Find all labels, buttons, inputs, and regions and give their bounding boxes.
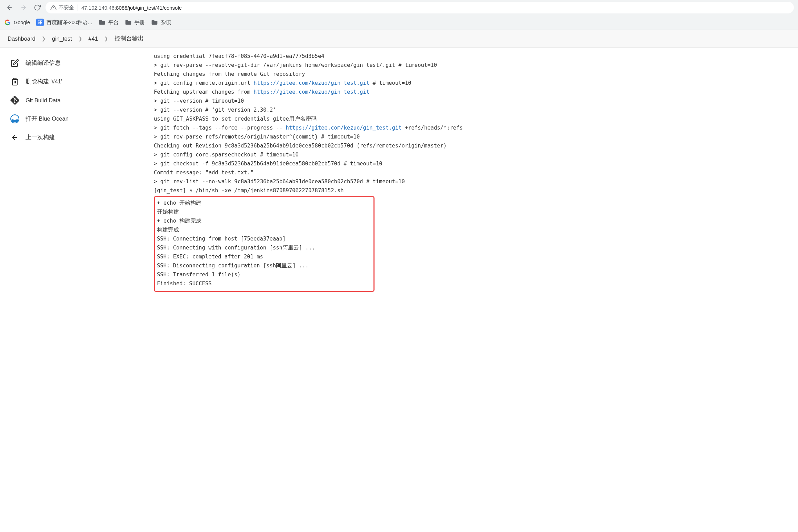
highlighted-output-box: + echo 开始构建 开始构建 + echo 构建完成 构建完成 SSH: C…	[154, 196, 375, 292]
chevron-right-icon: ❯	[78, 36, 82, 41]
breadcrumb-job[interactable]: gin_test	[52, 35, 72, 42]
console-line: > git rev-parse refs/remotes/origin/mast…	[154, 132, 792, 141]
console-line: > git rev-parse --resolve-git-dir /var/j…	[154, 61, 792, 70]
console-line: SSH: Connecting from host [75eeda37eaab]	[157, 234, 371, 243]
url-text: 47.102.149.46:8088/job/gin_test/41/conso…	[81, 5, 182, 11]
folder-icon	[151, 19, 158, 26]
console-line: > git fetch --tags --force --progress --…	[154, 123, 792, 132]
sidebar-item-prev-build[interactable]: 上一次构建	[0, 128, 148, 147]
bookmark-google[interactable]: Google	[4, 19, 30, 26]
translate-icon: 译	[36, 19, 44, 26]
console-line: 构建完成	[157, 225, 371, 234]
sidebar-item-delete-build[interactable]: 删除构建 '#41'	[0, 72, 148, 91]
breadcrumb-dashboard[interactable]: Dashboard	[8, 35, 36, 42]
google-icon	[4, 19, 11, 26]
blue-ocean-icon	[10, 114, 19, 123]
sidebar-item-label: Git Build Data	[26, 97, 61, 104]
console-line: + echo 开始构建	[157, 198, 371, 207]
sidebar-item-label: 编辑编译信息	[26, 59, 61, 67]
bookmark-label: 平台	[108, 19, 119, 26]
console-line: + echo 构建完成	[157, 216, 371, 225]
sidebar-item-edit-build[interactable]: 编辑编译信息	[0, 54, 148, 72]
console-line: 开始构建	[157, 207, 371, 216]
console-line: > git config remote.origin.url https://g…	[154, 79, 792, 88]
chevron-right-icon: ❯	[104, 36, 108, 41]
git-remote-link[interactable]: https://gitee.com/kezuo/gin_test.git	[253, 89, 369, 95]
sidebar-item-label: 打开 Blue Ocean	[26, 115, 69, 123]
bookmarks-bar: Google 译 百度翻译-200种语… 平台 手册 杂项	[0, 15, 798, 30]
console-line: Fetching changes from the remote Git rep…	[154, 70, 792, 79]
console-line: Finished: SUCCESS	[157, 279, 371, 288]
address-bar[interactable]: 不安全 47.102.149.46:8088/job/gin_test/41/c…	[46, 2, 794, 13]
insecure-label: 不安全	[59, 4, 74, 11]
reload-icon	[34, 4, 41, 11]
chevron-right-icon: ❯	[42, 36, 46, 41]
main-layout: 编辑编译信息 删除构建 '#41' Git Build Data 打开 Blue…	[0, 48, 798, 296]
bookmark-misc[interactable]: 杂项	[151, 19, 171, 26]
console-line: [gin_test] $ /bin/sh -xe /tmp/jenkins870…	[154, 186, 792, 195]
arrow-right-icon	[20, 4, 27, 11]
console-line: > git --version # timeout=10	[154, 96, 792, 105]
bookmark-label: 手册	[134, 19, 145, 26]
git-remote-link[interactable]: https://gitee.com/kezuo/gin_test.git	[253, 80, 369, 86]
breadcrumb-current: 控制台输出	[114, 35, 144, 42]
git-remote-link[interactable]: https://gitee.com/kezuo/gin_test.git	[286, 125, 402, 131]
console-line: SSH: EXEC: completed after 201 ms	[157, 252, 371, 261]
browser-nav-row: 不安全 47.102.149.46:8088/job/gin_test/41/c…	[0, 0, 798, 15]
browser-chrome: 不安全 47.102.149.46:8088/job/gin_test/41/c…	[0, 0, 798, 30]
bookmark-label: 杂项	[161, 19, 171, 26]
console-line: > git config core.sparsecheckout # timeo…	[154, 150, 792, 159]
console-line: Fetching upstream changes from https://g…	[154, 88, 792, 96]
folder-icon	[125, 19, 132, 26]
sidebar-item-label: 上一次构建	[26, 134, 55, 141]
breadcrumb-build[interactable]: #41	[89, 35, 98, 42]
bookmark-translate[interactable]: 译 百度翻译-200种语…	[36, 19, 93, 26]
forward-button[interactable]	[18, 2, 29, 13]
git-icon	[10, 96, 19, 105]
bookmark-label: Google	[14, 20, 30, 25]
sidebar-item-git-data[interactable]: Git Build Data	[0, 91, 148, 110]
bookmark-platform[interactable]: 平台	[99, 19, 119, 26]
arrow-left-icon	[6, 4, 13, 11]
console-line: using credential 7feacf78-f085-4470-a9d1…	[154, 52, 792, 61]
sidebar-item-label: 删除构建 '#41'	[26, 78, 62, 85]
console-line: > git rev-list --no-walk 9c8a3d5236ba25b…	[154, 177, 792, 186]
console-line: SSH: Disconnecting configuration [ssh阿里云…	[157, 261, 371, 270]
console-line: using GIT_ASKPASS to set credentials git…	[154, 114, 792, 123]
trash-icon	[10, 77, 19, 86]
console-line: SSH: Connecting with configuration [ssh阿…	[157, 243, 371, 252]
bookmark-label: 百度翻译-200种语…	[47, 19, 93, 26]
reload-button[interactable]	[32, 2, 43, 13]
breadcrumb: Dashboard ❯ gin_test ❯ #41 ❯ 控制台输出	[0, 30, 798, 48]
console-line: > git --version # 'git version 2.30.2'	[154, 105, 792, 114]
sidebar: 编辑编译信息 删除构建 '#41' Git Build Data 打开 Blue…	[0, 48, 148, 296]
insecure-indicator[interactable]: 不安全	[50, 4, 74, 11]
warning-triangle-icon	[50, 4, 57, 11]
console-line: > git checkout -f 9c8a3d5236ba25b64ab91d…	[154, 159, 792, 168]
back-button[interactable]	[4, 2, 15, 13]
arrow-left-icon	[10, 133, 19, 142]
console-line: Checking out Revision 9c8a3d5236ba25b64a…	[154, 141, 792, 150]
address-divider	[78, 4, 78, 11]
bookmark-manual[interactable]: 手册	[125, 19, 145, 26]
sidebar-item-blue-ocean[interactable]: 打开 Blue Ocean	[0, 110, 148, 128]
console-output: using credential 7feacf78-f085-4470-a9d1…	[148, 48, 798, 296]
edit-icon	[10, 59, 19, 68]
console-line: SSH: Transferred 1 file(s)	[157, 270, 371, 279]
folder-icon	[99, 19, 106, 26]
console-line: Commit message: "add test.txt."	[154, 168, 792, 177]
